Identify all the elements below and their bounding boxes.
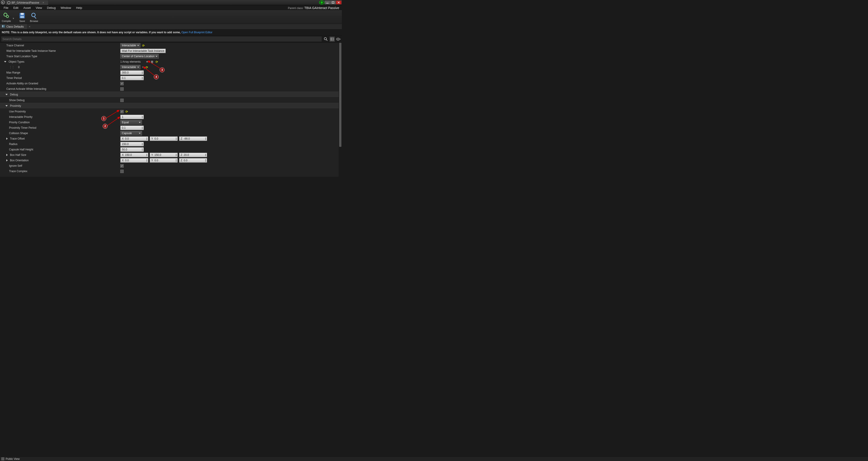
label-max-range: Max Range (0, 71, 120, 74)
section-object-types[interactable]: Object Types (0, 60, 120, 63)
compile-dropdown-icon[interactable]: ▼ (12, 17, 14, 20)
menu-debug[interactable]: Debug (45, 5, 58, 10)
dropdown-priority-condition[interactable]: Equal (120, 120, 142, 125)
tab-class-defaults[interactable]: Class Defaults (0, 24, 27, 29)
menu-asset[interactable]: Asset (21, 5, 33, 10)
input-proximity-timer[interactable]: 0.1▴▾ (120, 126, 144, 130)
dropdown-object-type-0[interactable]: Interactable (120, 65, 141, 69)
input-box-orient-y[interactable]: Y0.0▴▾ (150, 158, 178, 163)
label-array-index-0: ⋮⋮0 (0, 66, 120, 69)
svg-rect-11 (34, 17, 36, 19)
menu-edit[interactable]: Edit (11, 5, 21, 10)
annotation-badge-4: 4 (154, 74, 159, 80)
window-minimize-button[interactable] (325, 1, 330, 4)
label-collision-shape: Collision Shape (0, 132, 120, 135)
property-matrix-icon[interactable] (330, 37, 335, 42)
reset-icon[interactable]: ⟳ (125, 110, 128, 113)
checkbox-activate-on-granted[interactable] (120, 82, 124, 85)
toolbar: Compile ▼ Save Browse (0, 10, 342, 24)
section-proximity[interactable]: Proximity (0, 104, 120, 107)
dropdown-trace-start[interactable]: Center of Camera Location (120, 54, 159, 59)
dropdown-trace-channel[interactable]: Interactable (120, 43, 141, 48)
svg-rect-9 (20, 16, 24, 18)
tab-close-icon[interactable]: × (42, 1, 44, 4)
window-controls (319, 0, 342, 4)
checkbox-ignore-self[interactable] (120, 164, 124, 167)
window-tab-title: BP_GAInteractPassive (11, 1, 39, 4)
menu-window[interactable]: Window (58, 5, 73, 10)
svg-rect-2 (332, 2, 334, 3)
compile-button[interactable]: Compile (2, 12, 11, 22)
array-clear-button[interactable]: 🗑 (150, 60, 154, 64)
label-activate-on-granted: Activate Ability on Granted (0, 82, 120, 85)
menu-file[interactable]: File (1, 5, 11, 10)
section-box-orient[interactable]: Box Orientation (0, 159, 120, 162)
marketplace-icon[interactable] (319, 0, 324, 4)
svg-rect-14 (2, 26, 3, 27)
array-add-button[interactable]: ＋ (145, 60, 149, 64)
label-show-debug: Show Debug (0, 99, 120, 102)
svg-point-10 (32, 13, 35, 17)
svg-rect-15 (2, 27, 3, 27)
vertical-scrollbar[interactable] (339, 43, 342, 177)
label-capsule-half: Capsule Half Height (0, 148, 120, 151)
input-capsule-half[interactable]: 50.0▴▾ (120, 147, 144, 152)
window-maximize-button[interactable] (330, 1, 336, 4)
annotation-badge-1: 1 (101, 116, 106, 121)
search-input[interactable] (1, 36, 322, 42)
input-box-orient-x[interactable]: X0.0▴▾ (120, 158, 148, 163)
browse-icon (31, 12, 38, 19)
label-priority-condition: Priority Condition (0, 121, 120, 124)
svg-rect-8 (21, 13, 24, 15)
checkbox-show-debug[interactable] (120, 99, 124, 102)
input-box-orient-z[interactable]: Z0.0▴▾ (179, 158, 207, 163)
svg-rect-13 (2, 25, 3, 26)
titlebar: BP_GAInteractPassive × (0, 0, 342, 5)
checkbox-trace-complex[interactable] (120, 170, 124, 173)
input-box-half-x[interactable]: X150.0▴▾ (120, 153, 148, 157)
input-box-half-y[interactable]: Y150.0▴▾ (150, 153, 178, 157)
svg-rect-17 (331, 38, 334, 40)
section-box-half[interactable]: Box Half Size (0, 153, 120, 157)
view-options-icon[interactable] (336, 37, 341, 42)
reset-icon[interactable]: ⟳ (145, 66, 149, 69)
label-trace-channel: Trace Channel (0, 44, 120, 47)
checkbox-use-proximity[interactable] (120, 110, 124, 113)
input-max-range[interactable]: 300.0▴▾ (120, 70, 144, 75)
input-trace-offset-x[interactable]: X0.0▴▾ (120, 136, 148, 141)
label-proximity-timer: Proximity Timer Period (0, 126, 120, 129)
browse-button[interactable]: Browse (30, 12, 38, 22)
search-icon[interactable] (323, 37, 328, 42)
svg-rect-1 (326, 3, 329, 3)
input-wait-task[interactable]: Wait For Interactable Task Instance (120, 49, 166, 53)
input-trace-offset-z[interactable]: Z-88.0▴▾ (179, 136, 207, 141)
element-options-icon[interactable]: ▼ (142, 66, 144, 68)
dropdown-collision-shape[interactable]: Capsule (120, 131, 142, 135)
open-full-editor-link[interactable]: Open Full Blueprint Editor (181, 31, 212, 34)
window-tab[interactable]: BP_GAInteractPassive × (6, 0, 48, 5)
input-interactable-priority[interactable]: 1▴▾ (120, 115, 144, 119)
svg-point-19 (338, 39, 338, 39)
section-debug[interactable]: Debug (0, 93, 120, 96)
parent-class-link[interactable]: TBIA GAInteract Passive (304, 6, 339, 10)
checkbox-cannot-activate[interactable] (120, 87, 124, 91)
details-panel: Trace Channel Interactable ⟳ Wait for In… (0, 43, 342, 177)
reset-icon[interactable]: ⟳ (155, 60, 158, 64)
label-wait-task: Wait for Interactable Task Instance Name (0, 49, 120, 53)
input-timer-period[interactable]: 0.1▴▾ (120, 76, 144, 80)
menu-view[interactable]: View (33, 5, 44, 10)
label-use-proximity: Use Proximity (0, 110, 120, 113)
menu-help[interactable]: Help (74, 5, 84, 10)
array-elements-label: 1 Array elements (120, 60, 141, 63)
search-row (0, 35, 342, 43)
reset-icon[interactable]: ⟳ (142, 44, 145, 47)
save-button[interactable]: Save (19, 12, 26, 22)
section-trace-offset[interactable]: Trace Offset (0, 137, 120, 140)
label-trace-start: Trace Start Location Type (0, 55, 120, 58)
input-box-half-z[interactable]: Z20.0▴▾ (179, 153, 207, 157)
window-close-button[interactable] (336, 1, 341, 4)
parent-class-readout: Parent class: TBIA GAInteract Passive (288, 6, 341, 10)
tab-close-icon[interactable]: × (27, 24, 32, 29)
input-radius[interactable]: 150.0▴▾ (120, 142, 144, 146)
input-trace-offset-y[interactable]: Y0.0▴▾ (150, 136, 178, 141)
